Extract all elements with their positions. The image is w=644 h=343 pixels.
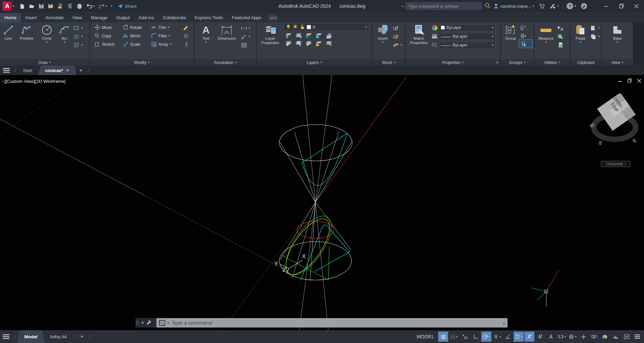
- explode-button[interactable]: [182, 32, 193, 40]
- leader-button[interactable]: ▾: [240, 32, 253, 41]
- mirror-button[interactable]: Mirror: [121, 32, 149, 40]
- move-button[interactable]: Move: [93, 23, 121, 32]
- ribbon-tab-featured-apps[interactable]: Featured Apps: [227, 13, 266, 22]
- file-tab-conicas[interactable]: conicas*✕: [38, 66, 76, 75]
- ribbon-tab-annotate[interactable]: Annotate: [41, 13, 68, 22]
- hardware-acceleration-button[interactable]: [600, 332, 610, 342]
- ortho-toggle[interactable]: [470, 332, 481, 342]
- ribbon-tab-insert[interactable]: Insert: [21, 13, 41, 22]
- circle-button[interactable]: Circle ▾: [37, 23, 57, 59]
- layer-unlock-all-button[interactable]: [314, 40, 323, 47]
- viewport-minimize-button[interactable]: [618, 79, 622, 84]
- group-button[interactable]: Group: [502, 23, 519, 59]
- linear-dimension-button[interactable]: ▾: [240, 24, 253, 32]
- text-button[interactable]: A Text ▾: [198, 23, 214, 59]
- viewcube-east-label[interactable]: E: [632, 137, 637, 144]
- share-button[interactable]: Share: [117, 4, 137, 9]
- ribbon-tab-collaborate[interactable]: Collaborate: [158, 13, 190, 22]
- model-tab[interactable]: Model: [17, 330, 45, 343]
- new-drawing-tab-button[interactable]: +: [76, 66, 86, 75]
- model-space-drawing[interactable]: X Y Z: [0, 75, 644, 330]
- make-current-button[interactable]: [324, 32, 333, 39]
- signed-in-user-button[interactable]: carolina.roque... ▾: [491, 0, 536, 12]
- layer-isolate-button[interactable]: [294, 32, 303, 39]
- redo-button[interactable]: ▾: [98, 3, 108, 9]
- command-input-field[interactable]: >_ ▾ ▴: [156, 318, 508, 328]
- linetype-icon[interactable]: [432, 42, 437, 48]
- polyline-button[interactable]: Polyline: [16, 23, 37, 59]
- measure-button[interactable]: Measure ▾: [536, 23, 556, 59]
- object-snap-tracking-toggle[interactable]: ▾: [492, 332, 502, 342]
- layer-dropdown[interactable]: 0 ▾: [284, 23, 369, 31]
- thaw-all-layers-button[interactable]: [294, 40, 303, 47]
- panel-label-view[interactable]: View▾⌄: [602, 59, 633, 66]
- save-as-button[interactable]: [47, 3, 55, 10]
- lock-fade-button[interactable]: [304, 40, 313, 47]
- minimize-button[interactable]: [599, 0, 614, 12]
- save-button[interactable]: [38, 3, 45, 10]
- panel-label-draw[interactable]: Draw▾: [0, 59, 89, 66]
- object-snap-toggle[interactable]: ▾: [514, 332, 524, 342]
- file-tab-start[interactable]: Start: [18, 66, 37, 75]
- panel-label-layers[interactable]: Layers▾: [257, 59, 372, 66]
- isometric-drafting-toggle[interactable]: [503, 332, 513, 342]
- model-space-button[interactable]: MODEL: [413, 334, 438, 339]
- ribbon-tab-output[interactable]: Output: [112, 13, 134, 22]
- customize-command-line-icon[interactable]: [146, 320, 151, 326]
- open-from-mobile-button[interactable]: [66, 3, 73, 10]
- edit-block-button[interactable]: ▾: [392, 32, 405, 41]
- layout-tab-folha-a4[interactable]: folha A4: [45, 330, 72, 343]
- feedback-button[interactable]: [578, 0, 590, 12]
- restore-button[interactable]: [614, 0, 629, 12]
- workspace-switching-button[interactable]: ▾: [568, 332, 578, 342]
- layout-menu-button[interactable]: [0, 330, 12, 343]
- ribbon-tab-home[interactable]: Home: [0, 13, 21, 22]
- customize-qat-button[interactable]: ▾: [110, 4, 113, 8]
- rotate-button[interactable]: Rotate: [121, 23, 149, 32]
- snap-mode-toggle[interactable]: ▾: [449, 332, 459, 342]
- layer-thaw-icon[interactable]: [293, 24, 298, 30]
- command-history-icon[interactable]: ▴: [503, 321, 505, 325]
- undo-button[interactable]: ▾: [86, 3, 96, 9]
- isolate-objects-button[interactable]: [589, 332, 599, 342]
- color-wheel-icon[interactable]: [432, 25, 437, 31]
- stretch-button[interactable]: Stretch: [93, 40, 121, 48]
- panel-label-block[interactable]: Block▾: [373, 59, 405, 66]
- object-color-dropdown[interactable]: ByLayer ▾: [439, 24, 495, 31]
- command-line-grip[interactable]: ✕: [135, 318, 156, 328]
- base-button[interactable]: Base ▾: [608, 23, 627, 59]
- dimension-button[interactable]: Dimension: [214, 23, 240, 59]
- save-to-mobile-button[interactable]: [57, 3, 64, 10]
- layer-lock-button[interactable]: [314, 32, 323, 39]
- scale-button[interactable]: Scale: [121, 40, 149, 48]
- app-store-cart-button[interactable]: [536, 0, 547, 12]
- command-prompt-icon[interactable]: >_: [159, 320, 165, 326]
- fillet-button[interactable]: Fillet▾: [149, 32, 182, 40]
- edit-attributes-button[interactable]: ▾: [392, 41, 405, 49]
- layer-properties-button[interactable]: Layer Properties: [259, 23, 282, 59]
- ribbon-display-options-button[interactable]: •••▾: [269, 15, 278, 21]
- viewcube-view-name-dropdown[interactable]: Unnamed ▾: [601, 161, 631, 167]
- close-command-line-icon[interactable]: ✕: [141, 320, 144, 325]
- quick-calculator-button[interactable]: [556, 41, 569, 49]
- hatch-button[interactable]: ▾: [72, 41, 88, 49]
- line-button[interactable]: Line: [1, 23, 16, 59]
- print-button[interactable]: [76, 3, 83, 10]
- viewport-restore-button[interactable]: [627, 78, 632, 84]
- viewport-close-button[interactable]: [637, 79, 641, 84]
- panel-label-properties[interactable]: Properties▾: [406, 59, 500, 66]
- ribbon-tab-express-tools[interactable]: Express Tools: [190, 13, 227, 22]
- array-button[interactable]: Array▾: [149, 40, 182, 48]
- viewcube[interactable]: W S E TOP FRONT Unnamed ▾: [587, 94, 642, 164]
- close-button[interactable]: [629, 0, 644, 12]
- help-search-input[interactable]: [405, 2, 482, 10]
- layer-color-swatch[interactable]: [307, 25, 311, 29]
- lineweight-dropdown[interactable]: ByLayer ▾: [439, 33, 495, 40]
- viewcube-south-label[interactable]: S: [597, 139, 603, 146]
- recent-commands-icon[interactable]: ▾: [167, 321, 169, 324]
- clean-screen-button[interactable]: [621, 332, 632, 342]
- panel-label-utilities[interactable]: Utilities▾: [534, 59, 570, 66]
- file-tab-menu-button[interactable]: [0, 66, 13, 75]
- erase-button[interactable]: [182, 23, 193, 32]
- rectangle-button[interactable]: ▾: [72, 24, 88, 32]
